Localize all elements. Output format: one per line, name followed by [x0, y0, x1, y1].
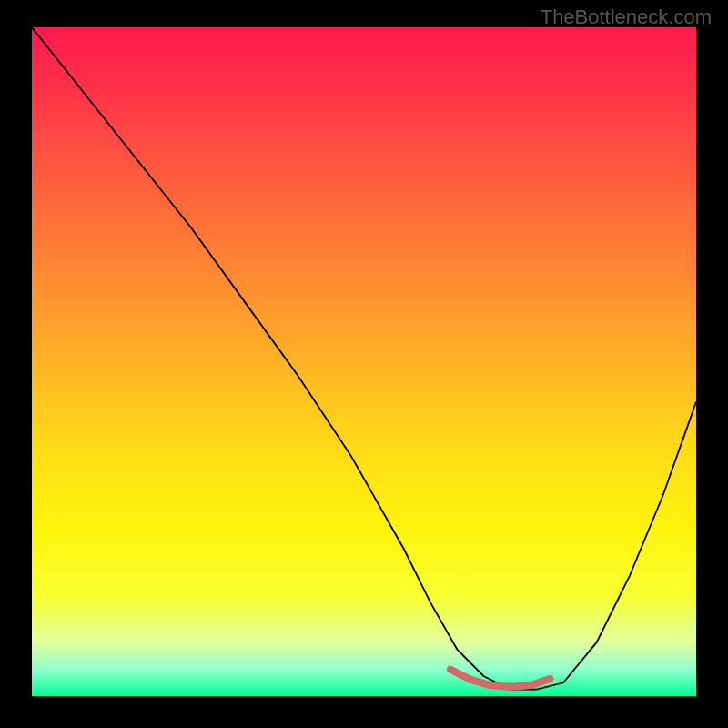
- highlight-segment: [450, 670, 551, 687]
- chart-svg: [32, 27, 696, 696]
- plot-area: [32, 27, 696, 696]
- watermark-text: TheBottleneck.com: [541, 5, 712, 29]
- bottleneck-curve: [32, 27, 696, 690]
